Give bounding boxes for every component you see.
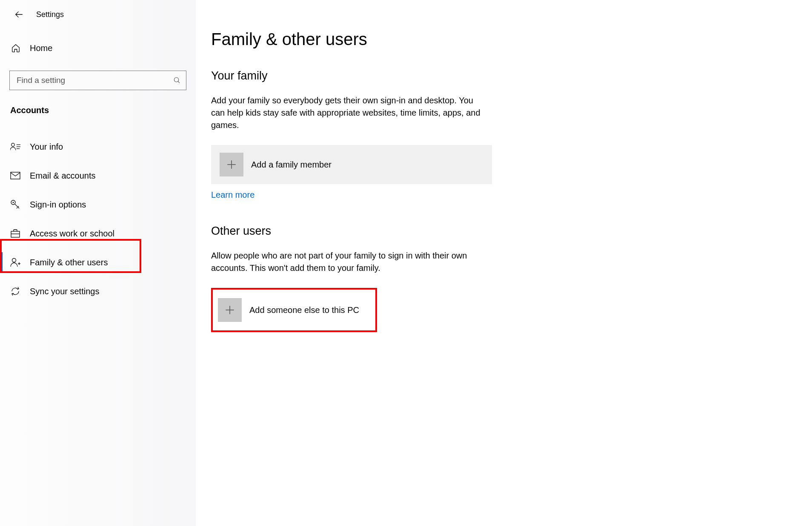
svg-point-0: [174, 77, 179, 82]
add-family-member-button[interactable]: Add a family member: [211, 145, 492, 184]
sidebar: Settings Home Accounts Your info: [0, 0, 196, 526]
add-other-user-wrap: Add someone else to this PC: [211, 288, 377, 332]
learn-more-link[interactable]: Learn more: [211, 190, 254, 200]
search-wrap: [9, 71, 186, 90]
your-family-heading: Your family: [211, 69, 668, 82]
svg-point-2: [11, 143, 14, 146]
search-icon: [173, 77, 181, 84]
add-other-user-button[interactable]: Add someone else to this PC: [214, 290, 375, 330]
search-box[interactable]: [9, 71, 186, 90]
sidebar-item-family-other-users[interactable]: Family & other users: [0, 248, 196, 277]
sidebar-item-label: Access work or school: [30, 229, 114, 239]
sidebar-section-heading: Accounts: [0, 105, 196, 115]
your-info-icon: [10, 142, 20, 152]
home-icon: [11, 43, 20, 53]
sync-icon: [10, 286, 20, 296]
your-family-body: Add your family so everybody gets their …: [211, 94, 483, 131]
search-input[interactable]: [17, 76, 173, 85]
other-users-body: Allow people who are not part of your fa…: [211, 250, 483, 274]
svg-rect-6: [11, 172, 20, 179]
home-nav[interactable]: Home: [0, 37, 196, 59]
sidebar-item-access-work-school[interactable]: Access work or school: [0, 219, 196, 248]
sidebar-item-sync-settings[interactable]: Sync your settings: [0, 277, 196, 306]
key-icon: [10, 199, 20, 210]
arrow-left-icon: [14, 10, 24, 19]
email-icon: [10, 171, 20, 181]
sidebar-item-label: Email & accounts: [30, 171, 96, 181]
svg-point-11: [12, 259, 16, 262]
sidebar-item-label: Sync your settings: [30, 287, 99, 296]
other-users-heading: Other users: [211, 225, 668, 238]
plus-icon: [220, 153, 243, 176]
back-button[interactable]: [11, 6, 28, 23]
home-label: Home: [30, 43, 52, 53]
sidebar-item-label: Your info: [30, 142, 63, 152]
sidebar-item-label: Sign-in options: [30, 200, 86, 210]
briefcase-icon: [10, 228, 20, 239]
add-family-label: Add a family member: [251, 160, 332, 170]
main-content: Family & other users Your family Add you…: [196, 0, 685, 526]
settings-app: Settings Home Accounts Your info: [0, 0, 812, 526]
svg-line-1: [178, 81, 180, 83]
sidebar-item-email-accounts[interactable]: Email & accounts: [0, 161, 196, 190]
svg-rect-9: [11, 231, 20, 237]
sidebar-item-signin-options[interactable]: Sign-in options: [0, 190, 196, 219]
svg-point-8: [13, 202, 14, 203]
plus-icon: [218, 298, 242, 322]
sidebar-item-your-info[interactable]: Your info: [0, 132, 196, 161]
add-other-label: Add someone else to this PC: [249, 305, 359, 315]
page-title: Family & other users: [211, 30, 668, 49]
sidebar-header: Settings: [0, 4, 196, 25]
sidebar-item-label: Family & other users: [30, 258, 108, 267]
settings-title: Settings: [36, 10, 64, 19]
person-add-icon: [10, 257, 20, 267]
